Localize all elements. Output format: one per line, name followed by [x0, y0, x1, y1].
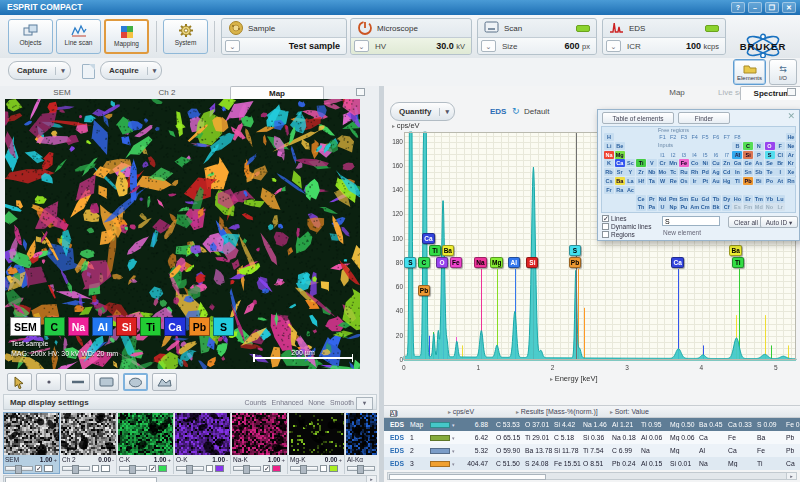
element-Pm[interactable]: Pm — [668, 195, 678, 203]
channel-weight-slider[interactable] — [62, 466, 90, 471]
line-scan-button[interactable]: Line scan — [56, 19, 101, 54]
elements-button[interactable]: Elements — [733, 59, 766, 85]
element-Ar[interactable]: Ar — [786, 151, 796, 159]
element-Si[interactable]: Si — [743, 151, 753, 159]
scan-dropdown[interactable]: ⌄ — [481, 40, 496, 52]
hv-value[interactable]: 30.0 kV — [436, 41, 465, 51]
spectrum-element-chip-Al[interactable]: Al — [508, 257, 520, 268]
display-option-enhanced[interactable]: Enhanced — [272, 399, 304, 406]
element-Eu[interactable]: Eu — [690, 195, 700, 203]
channel-thumbnail-Ch 2[interactable]: Ch 20.00- — [60, 412, 117, 474]
map-display-dropdown-icon[interactable]: ▾ — [356, 397, 373, 410]
finder-tab[interactable]: Finder — [678, 112, 730, 124]
channel-visible-checkbox[interactable] — [206, 465, 213, 472]
element-Ru[interactable]: Ru — [679, 168, 689, 176]
refresh-icon[interactable]: ↻ — [512, 106, 520, 116]
polygon-tool-button[interactable] — [152, 373, 177, 391]
element-Gd[interactable]: Gd — [700, 195, 710, 203]
close-button[interactable]: ✕ — [782, 2, 796, 13]
right-panel-expand-icon[interactable] — [787, 88, 796, 96]
results-column-header[interactable]: Results [Mass-%(norm.)] — [516, 408, 598, 415]
element-No[interactable]: No — [765, 203, 775, 211]
regions-checkbox[interactable] — [602, 231, 609, 238]
element-Pr[interactable]: Pr — [647, 195, 657, 203]
element-Pa[interactable]: Pa — [647, 203, 657, 211]
results-scrollbar[interactable]: ▸ — [387, 472, 797, 480]
element-P[interactable]: P — [754, 151, 764, 159]
spectrum-element-chip-Fe[interactable]: Fe — [450, 257, 462, 268]
clear-all-button[interactable]: Clear all — [728, 216, 764, 228]
element-N[interactable]: N — [754, 142, 764, 150]
acquire-button[interactable]: Acquire▾ — [100, 61, 162, 80]
region-F6[interactable]: F6 — [711, 133, 721, 141]
results-row-3[interactable]: EDS3▾404.47C 51.50S 24.08Fe 15.51O 8.51P… — [384, 457, 800, 470]
table-of-elements-tab[interactable]: Table of elements — [602, 112, 674, 124]
element-Pd[interactable]: Pd — [700, 168, 710, 176]
left-panel-expand-icon[interactable] — [356, 88, 365, 96]
element-Pt[interactable]: Pt — [700, 177, 710, 185]
objects-button[interactable]: Objects — [8, 19, 53, 54]
element-Lr[interactable]: Lr — [775, 203, 785, 211]
row-color-dropdown-icon[interactable]: ▾ — [452, 422, 455, 428]
capture-button[interactable]: Capture▾ — [8, 61, 71, 80]
region-I3[interactable]: I3 — [679, 151, 689, 159]
channel-weight-slider[interactable] — [290, 466, 318, 471]
element-Er[interactable]: Er — [743, 195, 753, 203]
row-color-dropdown-icon[interactable]: ▾ — [452, 448, 455, 454]
results-row-Map[interactable]: EDSMap▾6.88C 53.53O 37.01Si 4.42Na 1.46A… — [384, 418, 800, 431]
rectangle-tool-button[interactable] — [94, 373, 119, 391]
element-Li[interactable]: Li — [604, 142, 614, 150]
channel-thumbnail-Al-Kα[interactable]: Al-Kα1.00+ — [345, 412, 377, 474]
element-Ag[interactable]: Ag — [711, 168, 721, 176]
channel-thumbnail-Mg-K[interactable]: Mg-K0.00+ — [288, 412, 345, 474]
display-option-counts[interactable]: Counts — [244, 399, 266, 406]
element-Sc[interactable]: Sc — [625, 159, 635, 167]
element-Yb[interactable]: Yb — [765, 195, 775, 203]
map-legend-chip-Ca[interactable]: Ca — [164, 317, 185, 336]
element-Tl[interactable]: Tl — [732, 177, 742, 185]
element-Nd[interactable]: Nd — [658, 195, 668, 203]
element-W[interactable]: W — [658, 177, 668, 185]
map-legend-chip-SEM[interactable]: SEM — [10, 317, 41, 336]
map-legend-chip-Al[interactable]: Al — [92, 317, 113, 336]
map-legend-chip-Pb[interactable]: Pb — [189, 317, 210, 336]
element-Cm[interactable]: Cm — [700, 203, 710, 211]
row-color-swatch[interactable] — [430, 422, 450, 428]
element-Sn[interactable]: Sn — [743, 168, 753, 176]
sort-column-header[interactable]: Sort: Value — [610, 408, 649, 415]
element-Mn[interactable]: Mn — [668, 159, 678, 167]
results-row-2[interactable]: EDS2▾5.32O 59.90Ba 13.78Si 11.78Ti 7.54C… — [384, 444, 800, 457]
element-V[interactable]: V — [647, 159, 657, 167]
row-color-swatch[interactable] — [430, 435, 450, 441]
sample-name-value[interactable]: Test sample — [289, 41, 340, 51]
element-Tm[interactable]: Tm — [754, 195, 764, 203]
element-Es[interactable]: Es — [732, 203, 742, 211]
channel-color-swatch[interactable] — [215, 465, 224, 472]
element-Kr[interactable]: Kr — [786, 159, 796, 167]
element-Na[interactable]: Na — [604, 151, 614, 159]
eds-dropdown[interactable]: ⌄ — [606, 40, 621, 52]
element-Th[interactable]: Th — [636, 203, 646, 211]
channel-weight-value[interactable]: 0.00+ — [325, 456, 342, 464]
row-color-swatch[interactable] — [430, 461, 450, 467]
element-B[interactable]: B — [732, 142, 742, 150]
element-Pu[interactable]: Pu — [679, 203, 689, 211]
element-Np[interactable]: Np — [668, 203, 678, 211]
element-Br[interactable]: Br — [775, 159, 785, 167]
element-Cu[interactable]: Cu — [711, 159, 721, 167]
channel-visible-checkbox[interactable] — [35, 465, 42, 472]
element-Ir[interactable]: Ir — [690, 177, 700, 185]
spectrum-element-chip-Na[interactable]: Na — [474, 257, 486, 268]
microscope-dropdown[interactable]: ⌄ — [354, 40, 369, 52]
map-display-settings-bar[interactable]: Map display settings CountsEnhancedNoneS… — [3, 394, 377, 410]
region-I5[interactable]: I5 — [700, 151, 710, 159]
element-La[interactable]: La — [625, 177, 635, 185]
help-button[interactable]: ? — [731, 2, 745, 13]
element-In[interactable]: In — [732, 168, 742, 176]
element-Xe[interactable]: Xe — [786, 168, 796, 176]
map-legend-chip-S[interactable]: S — [213, 317, 234, 336]
element-Os[interactable]: Os — [679, 177, 689, 185]
channel-color-swatch[interactable] — [44, 465, 53, 472]
element-I[interactable]: I — [775, 168, 785, 176]
element-map-view[interactable]: SEMCNaAlSiTiCaPbS Test sample MAG: 200x … — [5, 99, 360, 369]
